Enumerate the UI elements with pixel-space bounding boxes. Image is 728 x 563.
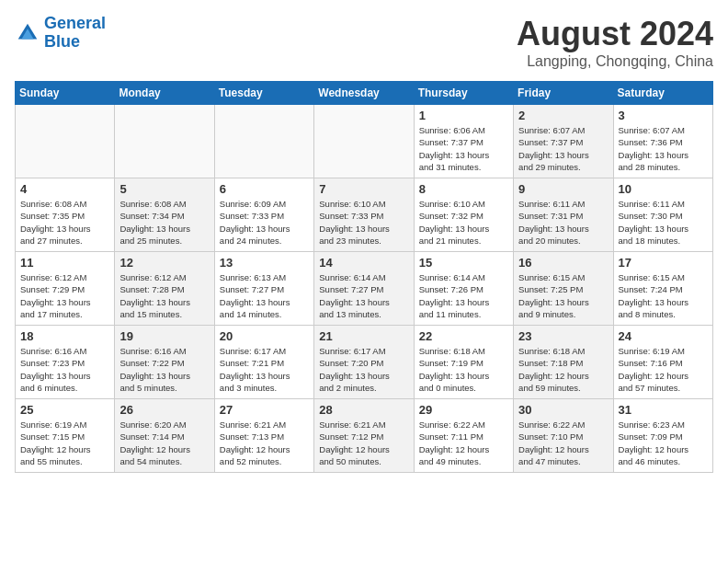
- day-number: 14: [319, 256, 408, 270]
- day-number: 10: [619, 182, 708, 196]
- day-number: 8: [419, 182, 508, 196]
- day-info: Sunrise: 6:08 AM Sunset: 7:35 PM Dayligh…: [20, 198, 109, 247]
- day-number: 7: [319, 182, 408, 196]
- day-cell: [115, 105, 214, 178]
- day-cell: 4Sunrise: 6:08 AM Sunset: 7:35 PM Daylig…: [16, 178, 115, 252]
- logo: General Blue: [15, 15, 106, 52]
- day-number: 29: [419, 403, 508, 417]
- day-number: 21: [319, 329, 408, 343]
- col-header-monday: Monday: [115, 82, 214, 105]
- day-cell: 19Sunrise: 6:16 AM Sunset: 7:22 PM Dayli…: [115, 326, 214, 399]
- day-info: Sunrise: 6:08 AM Sunset: 7:34 PM Dayligh…: [119, 198, 209, 247]
- day-cell: 5Sunrise: 6:08 AM Sunset: 7:34 PM Daylig…: [115, 178, 214, 252]
- day-info: Sunrise: 6:16 AM Sunset: 7:23 PM Dayligh…: [20, 345, 109, 394]
- day-info: Sunrise: 6:19 AM Sunset: 7:16 PM Dayligh…: [619, 345, 708, 394]
- day-info: Sunrise: 6:11 AM Sunset: 7:30 PM Dayligh…: [619, 198, 708, 247]
- day-info: Sunrise: 6:12 AM Sunset: 7:28 PM Dayligh…: [119, 271, 209, 320]
- calendar-subtitle: Langping, Chongqing, China: [517, 53, 713, 70]
- day-cell: [214, 105, 313, 178]
- day-cell: 1Sunrise: 6:06 AM Sunset: 7:37 PM Daylig…: [414, 105, 513, 178]
- day-info: Sunrise: 6:15 AM Sunset: 7:25 PM Dayligh…: [518, 271, 608, 320]
- day-number: 28: [319, 403, 408, 417]
- day-number: 27: [220, 403, 309, 417]
- day-cell: 16Sunrise: 6:15 AM Sunset: 7:25 PM Dayli…: [514, 252, 613, 326]
- day-cell: 15Sunrise: 6:14 AM Sunset: 7:26 PM Dayli…: [414, 252, 513, 326]
- day-cell: 25Sunrise: 6:19 AM Sunset: 7:15 PM Dayli…: [16, 399, 115, 473]
- day-cell: [16, 105, 115, 178]
- page-header: General Blue August 2024 Langping, Chong…: [15, 15, 713, 70]
- col-header-saturday: Saturday: [613, 82, 712, 105]
- day-number: 12: [119, 256, 209, 270]
- day-info: Sunrise: 6:14 AM Sunset: 7:26 PM Dayligh…: [419, 271, 508, 320]
- day-info: Sunrise: 6:20 AM Sunset: 7:14 PM Dayligh…: [119, 419, 209, 467]
- day-number: 18: [20, 329, 109, 343]
- day-cell: 17Sunrise: 6:15 AM Sunset: 7:24 PM Dayli…: [613, 252, 712, 326]
- week-row-3: 11Sunrise: 6:12 AM Sunset: 7:29 PM Dayli…: [16, 252, 713, 326]
- logo-line2: Blue: [44, 32, 80, 51]
- day-cell: 13Sunrise: 6:13 AM Sunset: 7:27 PM Dayli…: [214, 252, 313, 326]
- day-cell: 31Sunrise: 6:23 AM Sunset: 7:09 PM Dayli…: [613, 399, 712, 473]
- day-cell: 28Sunrise: 6:21 AM Sunset: 7:12 PM Dayli…: [314, 399, 414, 473]
- day-number: 20: [220, 329, 309, 343]
- day-info: Sunrise: 6:12 AM Sunset: 7:29 PM Dayligh…: [20, 271, 109, 320]
- day-number: 15: [419, 256, 508, 270]
- day-info: Sunrise: 6:15 AM Sunset: 7:24 PM Dayligh…: [619, 271, 708, 320]
- day-info: Sunrise: 6:07 AM Sunset: 7:36 PM Dayligh…: [619, 124, 708, 173]
- col-header-thursday: Thursday: [414, 82, 513, 105]
- day-number: 2: [518, 109, 608, 122]
- logo-icon: [15, 20, 40, 46]
- calendar-header-row: SundayMondayTuesdayWednesdayThursdayFrid…: [16, 82, 713, 105]
- col-header-friday: Friday: [514, 82, 613, 105]
- day-info: Sunrise: 6:21 AM Sunset: 7:13 PM Dayligh…: [220, 419, 309, 467]
- calendar-title: August 2024: [517, 15, 713, 53]
- day-info: Sunrise: 6:16 AM Sunset: 7:22 PM Dayligh…: [119, 345, 209, 394]
- day-number: 25: [20, 403, 109, 417]
- day-info: Sunrise: 6:10 AM Sunset: 7:33 PM Dayligh…: [319, 198, 408, 247]
- day-cell: 24Sunrise: 6:19 AM Sunset: 7:16 PM Dayli…: [613, 326, 712, 399]
- day-number: 6: [220, 182, 309, 196]
- day-cell: 18Sunrise: 6:16 AM Sunset: 7:23 PM Dayli…: [16, 326, 115, 399]
- day-cell: 14Sunrise: 6:14 AM Sunset: 7:27 PM Dayli…: [314, 252, 414, 326]
- day-info: Sunrise: 6:10 AM Sunset: 7:32 PM Dayligh…: [419, 198, 508, 247]
- day-cell: 10Sunrise: 6:11 AM Sunset: 7:30 PM Dayli…: [613, 178, 712, 252]
- day-info: Sunrise: 6:17 AM Sunset: 7:21 PM Dayligh…: [220, 345, 309, 394]
- day-number: 26: [119, 403, 209, 417]
- week-row-5: 25Sunrise: 6:19 AM Sunset: 7:15 PM Dayli…: [16, 399, 713, 473]
- day-number: 22: [419, 329, 508, 343]
- day-cell: 7Sunrise: 6:10 AM Sunset: 7:33 PM Daylig…: [314, 178, 414, 252]
- day-info: Sunrise: 6:06 AM Sunset: 7:37 PM Dayligh…: [419, 124, 508, 173]
- day-cell: 30Sunrise: 6:22 AM Sunset: 7:10 PM Dayli…: [514, 399, 613, 473]
- day-cell: 27Sunrise: 6:21 AM Sunset: 7:13 PM Dayli…: [214, 399, 313, 473]
- day-number: 1: [419, 109, 508, 122]
- day-number: 24: [619, 329, 708, 343]
- day-number: 3: [619, 109, 708, 122]
- day-number: 13: [220, 256, 309, 270]
- day-number: 4: [20, 182, 109, 196]
- day-cell: 8Sunrise: 6:10 AM Sunset: 7:32 PM Daylig…: [414, 178, 513, 252]
- day-cell: 21Sunrise: 6:17 AM Sunset: 7:20 PM Dayli…: [314, 326, 414, 399]
- day-info: Sunrise: 6:09 AM Sunset: 7:33 PM Dayligh…: [220, 198, 309, 247]
- day-number: 16: [518, 256, 608, 270]
- week-row-4: 18Sunrise: 6:16 AM Sunset: 7:23 PM Dayli…: [16, 326, 713, 399]
- day-cell: 12Sunrise: 6:12 AM Sunset: 7:28 PM Dayli…: [115, 252, 214, 326]
- day-cell: 29Sunrise: 6:22 AM Sunset: 7:11 PM Dayli…: [414, 399, 513, 473]
- week-row-2: 4Sunrise: 6:08 AM Sunset: 7:35 PM Daylig…: [16, 178, 713, 252]
- day-cell: 9Sunrise: 6:11 AM Sunset: 7:31 PM Daylig…: [514, 178, 613, 252]
- day-info: Sunrise: 6:18 AM Sunset: 7:19 PM Dayligh…: [419, 345, 508, 394]
- day-cell: 26Sunrise: 6:20 AM Sunset: 7:14 PM Dayli…: [115, 399, 214, 473]
- logo-line1: General: [44, 14, 106, 32]
- day-info: Sunrise: 6:14 AM Sunset: 7:27 PM Dayligh…: [319, 271, 408, 320]
- day-number: 9: [518, 182, 608, 196]
- day-info: Sunrise: 6:13 AM Sunset: 7:27 PM Dayligh…: [220, 271, 309, 320]
- day-number: 11: [20, 256, 109, 270]
- day-cell: 23Sunrise: 6:18 AM Sunset: 7:18 PM Dayli…: [514, 326, 613, 399]
- day-cell: [314, 105, 414, 178]
- day-info: Sunrise: 6:07 AM Sunset: 7:37 PM Dayligh…: [518, 124, 608, 173]
- day-info: Sunrise: 6:22 AM Sunset: 7:10 PM Dayligh…: [518, 419, 608, 467]
- day-number: 23: [518, 329, 608, 343]
- day-info: Sunrise: 6:22 AM Sunset: 7:11 PM Dayligh…: [419, 419, 508, 467]
- day-cell: 6Sunrise: 6:09 AM Sunset: 7:33 PM Daylig…: [214, 178, 313, 252]
- calendar-table: SundayMondayTuesdayWednesdayThursdayFrid…: [15, 81, 713, 473]
- day-info: Sunrise: 6:11 AM Sunset: 7:31 PM Dayligh…: [518, 198, 608, 247]
- col-header-tuesday: Tuesday: [214, 82, 313, 105]
